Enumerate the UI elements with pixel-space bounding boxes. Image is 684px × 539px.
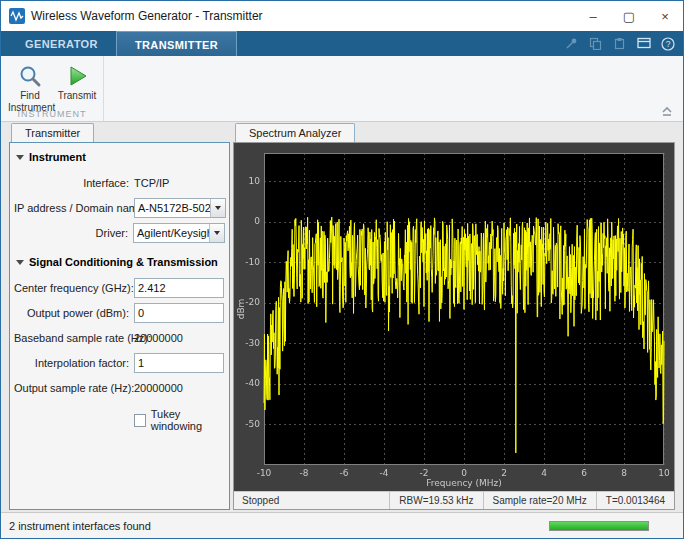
output-sample-rate-value: 20000000 bbox=[134, 382, 183, 394]
ribbon-toolstrip: Find Instrument Transmit INSTR bbox=[1, 56, 683, 122]
section-collapse-icon bbox=[16, 155, 24, 160]
field-interface: Interface: TCP/IP bbox=[14, 173, 225, 193]
driver-select[interactable]: Agilent/Keysight ... bbox=[133, 223, 225, 243]
tab-transmitter[interactable]: TRANSMITTER bbox=[116, 31, 237, 56]
driver-label: Driver: bbox=[14, 227, 133, 239]
ribbon-tabstrip: GENERATOR TRANSMITTER ? bbox=[1, 31, 683, 56]
field-baseband-sample-rate: Baseband sample rate (Hz): 20000000 bbox=[14, 328, 225, 348]
tab-spectrum-analyzer[interactable]: Spectrum Analyzer bbox=[235, 123, 355, 142]
app-window: Wireless Waveform Generator - Transmitte… bbox=[0, 0, 684, 539]
field-center-frequency: Center frequency (GHz): bbox=[14, 278, 225, 298]
output-power-input[interactable] bbox=[134, 303, 224, 323]
main-area: Transmitter Instrument Interface: TCP/IP… bbox=[1, 122, 683, 512]
spectrum-canvas[interactable] bbox=[234, 143, 674, 491]
pin-icon[interactable] bbox=[564, 36, 579, 51]
field-output-sample-rate: Output sample rate (Hz): 20000000 bbox=[14, 378, 225, 398]
field-tukey-windowing: Tukey windowing bbox=[134, 408, 225, 432]
section-signal-conditioning[interactable]: Signal Conditioning & Transmission bbox=[10, 248, 229, 273]
spectrum-plot-area bbox=[234, 143, 674, 491]
dropdown-arrow-icon bbox=[209, 224, 224, 242]
tab-transmitter-panel[interactable]: Transmitter bbox=[11, 123, 94, 142]
baseband-sample-rate-value: 20000000 bbox=[134, 332, 183, 344]
driver-value: Agilent/Keysight ... bbox=[134, 224, 209, 242]
window-title: Wireless Waveform Generator - Transmitte… bbox=[31, 9, 263, 23]
interface-value: TCP/IP bbox=[134, 177, 169, 189]
field-interpolation-factor: Interpolation factor: bbox=[14, 353, 225, 373]
window-controls: – ▢ × bbox=[575, 1, 683, 31]
spectrum-state: Stopped bbox=[234, 495, 389, 506]
transmit-label: Transmit bbox=[56, 90, 98, 102]
svg-text:?: ? bbox=[665, 39, 670, 49]
spectrum-sample-rate: Sample rate=20 MHz bbox=[483, 492, 596, 509]
tukey-windowing-label: Tukey windowing bbox=[151, 408, 225, 432]
collapse-ribbon-icon[interactable] bbox=[659, 103, 675, 115]
copy-icon[interactable] bbox=[588, 36, 603, 51]
spectrum-rbw: RBW=19.53 kHz bbox=[389, 492, 482, 509]
section-instrument-title: Instrument bbox=[29, 151, 86, 163]
titlebar: Wireless Waveform Generator - Transmitte… bbox=[1, 1, 683, 31]
quick-access-bar: ? bbox=[564, 31, 675, 56]
status-message: 2 instrument interfaces found bbox=[9, 520, 151, 532]
ip-address-select[interactable]: A-N5172B-5028... bbox=[134, 198, 226, 218]
ip-address-value: A-N5172B-5028... bbox=[135, 199, 210, 217]
close-icon[interactable]: × bbox=[647, 1, 683, 31]
minimize-icon[interactable]: – bbox=[575, 1, 611, 31]
spectrum-analyzer-panel: Stopped RBW=19.53 kHz Sample rate=20 MHz… bbox=[233, 142, 675, 510]
field-output-power: Output power (dBm): bbox=[14, 303, 225, 323]
search-icon bbox=[8, 63, 52, 89]
maximize-icon[interactable]: ▢ bbox=[611, 1, 647, 31]
progress-bar bbox=[549, 521, 649, 531]
output-sample-rate-label: Output sample rate (Hz): bbox=[14, 382, 134, 394]
instrument-section-label: INSTRUMENT bbox=[1, 109, 103, 119]
play-icon bbox=[56, 63, 98, 89]
section-signal-title: Signal Conditioning & Transmission bbox=[29, 256, 218, 268]
center-frequency-label: Center frequency (GHz): bbox=[14, 282, 134, 294]
output-power-label: Output power (dBm): bbox=[14, 307, 134, 319]
transmit-button[interactable]: Transmit bbox=[55, 60, 99, 116]
center-frequency-input[interactable] bbox=[134, 278, 224, 298]
section-instrument[interactable]: Instrument bbox=[10, 143, 229, 168]
layout-icon[interactable] bbox=[636, 36, 651, 51]
app-icon bbox=[9, 8, 25, 24]
interface-label: Interface: bbox=[14, 177, 134, 189]
find-instrument-button[interactable]: Find Instrument bbox=[7, 60, 53, 116]
interpolation-factor-input[interactable] bbox=[134, 353, 224, 373]
interpolation-factor-label: Interpolation factor: bbox=[14, 357, 134, 369]
progress-fill bbox=[550, 522, 648, 530]
transmitter-panel: Instrument Interface: TCP/IP IP address … bbox=[9, 142, 230, 510]
ip-address-label: IP address / Domain name: bbox=[14, 202, 134, 214]
instrument-section: Find Instrument Transmit INSTR bbox=[1, 56, 104, 121]
baseband-sample-rate-label: Baseband sample rate (Hz): bbox=[14, 332, 134, 344]
dropdown-arrow-icon bbox=[210, 199, 225, 217]
help-icon[interactable]: ? bbox=[660, 36, 675, 51]
find-instrument-label-1: Find bbox=[8, 90, 52, 102]
field-driver: Driver: Agilent/Keysight ... bbox=[14, 223, 225, 243]
app-statusbar: 2 instrument interfaces found bbox=[1, 512, 683, 538]
tab-generator[interactable]: GENERATOR bbox=[7, 31, 116, 56]
spectrum-time: T=0.0013464 bbox=[596, 492, 674, 509]
tukey-windowing-checkbox[interactable] bbox=[134, 414, 146, 427]
section-collapse-icon bbox=[16, 260, 24, 265]
spectrum-panel-column: Spectrum Analyzer Stopped RBW=19.53 kHz … bbox=[233, 122, 675, 510]
paste-icon[interactable] bbox=[612, 36, 627, 51]
field-ip-address: IP address / Domain name: A-N5172B-5028.… bbox=[14, 198, 225, 218]
transmitter-panel-column: Transmitter Instrument Interface: TCP/IP… bbox=[9, 122, 230, 510]
spectrum-status-bar: Stopped RBW=19.53 kHz Sample rate=20 MHz… bbox=[234, 491, 674, 509]
